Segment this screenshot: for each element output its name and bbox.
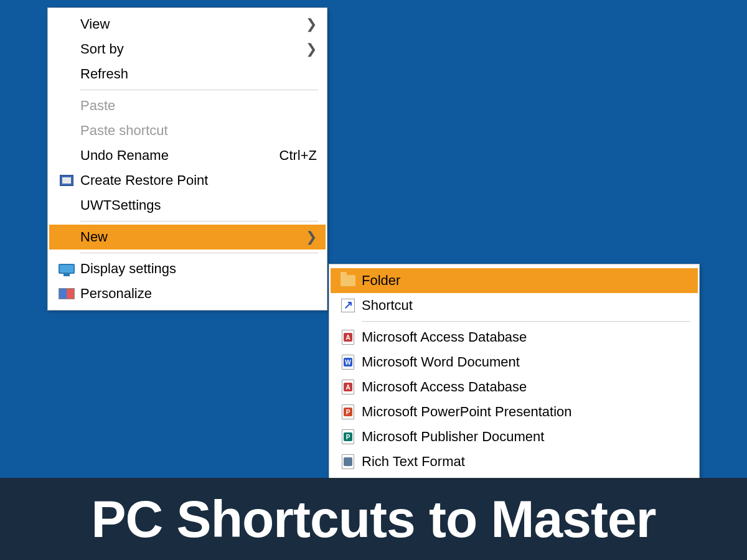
icon-slot [53,288,80,299]
desktop-context-menu: View ❯ Sort by ❯ Refresh Paste Paste sho… [47,7,327,310]
personalize-icon [59,288,75,299]
menu-item-shortcut: Ctrl+Z [280,147,317,164]
menu-item-label: Shortcut [362,297,689,314]
folder-icon [341,275,355,286]
chevron-right-icon: ❯ [302,229,317,245]
menu-item-label: Microsoft Access Database [362,329,689,345]
icon-slot [53,264,80,274]
publisher-icon: P [342,429,354,444]
menu-item-label: Undo Rename [80,147,267,164]
badge: W [344,358,352,366]
menu-item-label: Microsoft Access Database [362,379,689,395]
submenu-item-rich-text[interactable]: Rich Text Format [331,449,698,474]
menu-item-label: Display settings [80,261,317,277]
menu-item-create-restore-point[interactable]: Create Restore Point [49,168,326,193]
menu-item-new[interactable]: New ❯ [49,225,326,250]
submenu-item-word-document[interactable]: W Microsoft Word Document [331,350,698,375]
menu-item-label: Paste [80,98,317,114]
badge: A [344,383,352,391]
caption-overlay: PC Shortcuts to Master [0,478,747,560]
menu-item-label: View [80,16,302,32]
menu-item-undo-rename[interactable]: Undo Rename Ctrl+Z [49,143,326,168]
submenu-item-publisher[interactable]: P Microsoft Publisher Document [331,424,698,449]
new-submenu: Folder Shortcut A Microsoft Access Datab… [329,264,700,478]
menu-item-label: Sort by [80,41,302,57]
monitor-icon [59,264,75,274]
icon-slot: P [334,429,362,444]
menu-item-label: Paste shortcut [80,123,317,139]
icon-slot [334,299,362,312]
menu-separator [362,321,690,322]
icon-slot: A [334,330,362,345]
menu-item-label: Create Restore Point [80,172,317,189]
menu-item-label: Personalize [80,286,317,302]
menu-item-label: UWTSettings [80,197,317,213]
restore-point-icon [60,175,73,186]
icon-slot [334,275,362,286]
icon-slot [334,454,362,469]
chevron-right-icon: ❯ [302,41,317,57]
menu-separator [80,90,318,90]
submenu-item-access-database-2[interactable]: A Microsoft Access Database [331,375,698,399]
caption-text: PC Shortcuts to Master [92,489,656,549]
chevron-right-icon: ❯ [302,16,317,32]
menu-item-personalize[interactable]: Personalize [49,281,326,306]
access-icon: A [342,380,354,394]
menu-item-uwt-settings[interactable]: UWTSettings [49,193,326,218]
menu-item-label: Folder [362,273,689,289]
menu-item-label: Rich Text Format [362,454,689,470]
word-icon: W [342,355,354,370]
menu-item-label: Refresh [80,66,317,82]
menu-item-sort-by[interactable]: Sort by ❯ [49,37,326,62]
submenu-item-shortcut[interactable]: Shortcut [331,293,698,318]
submenu-item-folder[interactable]: Folder [331,268,698,293]
menu-item-label: Microsoft Word Document [362,354,689,370]
badge: A [344,333,352,342]
menu-item-paste: Paste [49,93,326,118]
menu-separator [80,253,318,253]
menu-item-label: Microsoft PowerPoint Presentation [362,404,689,420]
rtf-icon [342,454,354,469]
menu-item-label: New [80,229,302,245]
menu-separator [80,221,318,222]
menu-item-refresh[interactable]: Refresh [49,62,326,86]
powerpoint-icon: P [342,404,354,419]
icon-slot: P [334,404,362,419]
badge: P [344,432,352,441]
shortcut-icon [341,299,355,312]
badge: P [344,408,352,416]
menu-item-view[interactable]: View ❯ [49,12,326,37]
icon-slot: A [334,380,362,394]
access-icon: A [342,330,354,345]
menu-item-paste-shortcut: Paste shortcut [49,118,326,143]
icon-slot [53,175,80,186]
menu-item-label: Microsoft Publisher Document [362,429,689,445]
menu-item-display-settings[interactable]: Display settings [49,256,326,281]
icon-slot: W [334,355,362,370]
submenu-item-powerpoint[interactable]: P Microsoft PowerPoint Presentation [331,399,698,424]
badge [344,457,352,466]
submenu-item-access-database[interactable]: A Microsoft Access Database [331,325,698,350]
